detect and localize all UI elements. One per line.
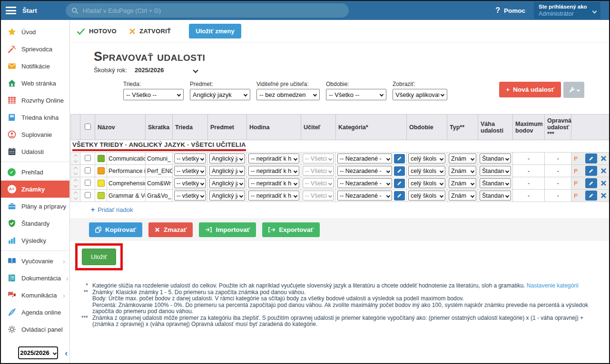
event-color-swatch[interactable]	[98, 192, 105, 199]
trieda-select[interactable]: -- všetky	[174, 153, 206, 163]
trieda-select[interactable]: -- všetky	[174, 166, 206, 176]
flag-icon[interactable]	[574, 180, 579, 187]
event-color-swatch[interactable]	[98, 180, 105, 187]
sidebar-item-agenda[interactable]: Agenda online	[1, 304, 69, 321]
edit-row-button[interactable]	[585, 166, 597, 176]
event-color-cell[interactable]	[95, 177, 107, 190]
hodina-select[interactable]: -- nepriradiť k h	[248, 178, 299, 188]
new-event-button[interactable]: + Nová udalosť	[499, 82, 561, 97]
event-color-swatch[interactable]	[98, 155, 105, 162]
delete-row-icon[interactable]	[600, 180, 607, 186]
sidebar-item-znamky[interactable]: A+ Známky	[1, 181, 69, 198]
kategoria-select[interactable]: -- Nezaradené -	[337, 191, 392, 201]
event-color-cell[interactable]	[95, 165, 107, 177]
sidebar-item-rozvrhy[interactable]: Rozvrhy Online	[1, 92, 69, 109]
event-name-cell[interactable]: Performance in Er	[107, 165, 146, 177]
flag-icon[interactable]	[574, 155, 579, 163]
row-checkbox[interactable]	[85, 180, 91, 186]
typ-select[interactable]: Znám	[449, 166, 476, 176]
drag-handle[interactable]	[71, 153, 80, 165]
event-skratka-cell[interactable]: Com&Wr	[146, 177, 173, 190]
kategoria-select[interactable]: -- Nezaradené -	[337, 153, 392, 163]
sidebar-item-komunikacia[interactable]: Komunikácia ›	[1, 287, 69, 304]
nastavenie-kategorii-link[interactable]: Nastavenie kategórií	[527, 282, 579, 289]
close-button[interactable]: ZATVORIŤ	[129, 28, 171, 35]
obdobie-select[interactable]: celý škols	[408, 166, 445, 176]
typ-select[interactable]: Znám	[449, 153, 476, 163]
event-color-cell[interactable]	[95, 190, 107, 202]
save-button[interactable]: Uložiť	[82, 249, 116, 265]
trieda-filter-select[interactable]: -- Všetko --	[123, 89, 184, 100]
typ-select[interactable]: Znám	[449, 191, 476, 201]
sidebar-item-sprievodca[interactable]: Sprievodca	[1, 40, 69, 57]
vaha-select[interactable]: Štandard	[480, 178, 511, 188]
sidebar-item-ovladaci-panel[interactable]: Ovládací panel	[1, 321, 69, 338]
predmet-select[interactable]: Anglický ja	[209, 153, 245, 163]
event-name-cell[interactable]: Comprehension &	[107, 177, 146, 190]
sidebar-item-triedna-kniha[interactable]: Triedna kniha	[1, 109, 69, 126]
obdobie-filter-select[interactable]: -- Všetko --	[326, 89, 386, 100]
sidebar-item-udalosti[interactable]: Udalosti	[1, 143, 69, 160]
menu-icon[interactable]	[6, 7, 16, 14]
sidebar-item-suplovanie[interactable]: Suplovanie	[1, 126, 69, 143]
sidebar-item-standardy[interactable]: Štandardy	[1, 215, 69, 232]
sidebar-item-vyucovanie[interactable]: Vyučovanie ›	[1, 252, 69, 269]
event-color-cell[interactable]	[95, 153, 107, 165]
trieda-select[interactable]: -- všetky	[174, 178, 206, 188]
start-button[interactable]: Štart	[22, 7, 37, 14]
sidebar-item-prehlad[interactable]: ✓ Prehľad	[1, 163, 69, 181]
kategoria-select[interactable]: -- Nezaradené -	[337, 178, 392, 188]
school-year-value[interactable]: 2025/2026	[135, 67, 164, 74]
sidebar-item-dokumentacia[interactable]: Dokumentácia ›	[1, 269, 69, 287]
viditelne-filter-select[interactable]: -- bez obmedzen	[256, 89, 320, 100]
sidebar-item-vysledky[interactable]: Výsledky	[1, 232, 69, 249]
row-checkbox[interactable]	[85, 167, 91, 173]
drag-handle[interactable]	[71, 165, 80, 177]
done-button[interactable]: HOTOVO	[77, 28, 117, 35]
kategoria-select[interactable]: -- Nezaradené -	[337, 166, 392, 176]
predmet-select[interactable]: Anglický ja	[209, 166, 245, 176]
sidebar-item-plany[interactable]: Plány a prípravy	[1, 198, 69, 215]
obdobie-select[interactable]: celý škols	[408, 191, 445, 201]
event-color-swatch[interactable]	[98, 167, 105, 174]
flag-icon[interactable]	[574, 192, 579, 200]
edit-row-button[interactable]	[585, 191, 597, 201]
school-year-select[interactable]: 2025/2026	[18, 346, 58, 359]
vaha-select[interactable]: Štandard	[480, 191, 511, 201]
drag-handle[interactable]	[71, 177, 80, 190]
collapse-sidebar-button[interactable]: ‹	[65, 348, 68, 358]
event-name-cell[interactable]: Communication	[107, 153, 146, 165]
delete-row-icon[interactable]	[600, 155, 607, 162]
predmet-select[interactable]: Anglický ja	[209, 191, 245, 201]
edit-kategoria-button[interactable]	[394, 166, 405, 176]
import-button[interactable]: Importovať	[199, 222, 256, 237]
row-checkbox[interactable]	[85, 192, 91, 198]
obdobie-select[interactable]: celý škols	[408, 153, 445, 163]
predmet-select[interactable]: Anglický ja	[209, 178, 245, 188]
event-name-cell[interactable]: Grammar & Vocab	[107, 190, 146, 202]
delete-button[interactable]: Zmazať	[148, 222, 193, 237]
sidebar-item-notifikacie[interactable]: Notifikácie	[1, 57, 69, 75]
chevron-down-icon[interactable]	[193, 67, 198, 73]
sidebar-item-uvod[interactable]: Úvod	[1, 23, 69, 40]
edit-row-button[interactable]	[585, 153, 597, 163]
hodina-select[interactable]: -- nepriradiť k h	[248, 153, 299, 163]
zobrazit-filter-select[interactable]: Všetky aplikovat	[393, 89, 447, 100]
vaha-select[interactable]: Štandard	[480, 153, 511, 163]
drag-handle[interactable]	[71, 190, 80, 202]
settings-wrench-button[interactable]	[563, 82, 584, 98]
help-button[interactable]: ? Pomoc	[495, 6, 525, 15]
add-row-button[interactable]: + Pridať riadok	[91, 206, 133, 213]
delete-row-icon[interactable]	[600, 192, 607, 199]
event-skratka-cell[interactable]: Perf_ENG	[146, 165, 173, 177]
copy-button[interactable]: Kopírovať	[89, 222, 142, 237]
trieda-select[interactable]: -- všetky	[174, 191, 206, 201]
vaha-select[interactable]: Štandard	[480, 166, 511, 176]
export-button[interactable]: Exportovať	[262, 222, 319, 237]
edit-row-button[interactable]	[585, 178, 597, 188]
search-input-wrap[interactable]	[66, 3, 349, 18]
edit-kategoria-button[interactable]	[394, 191, 405, 201]
select-all-checkbox[interactable]	[85, 124, 91, 130]
hodina-select[interactable]: -- nepriradiť k h	[248, 191, 299, 201]
sidebar-item-web-stranka[interactable]: Web stránka	[1, 75, 69, 92]
